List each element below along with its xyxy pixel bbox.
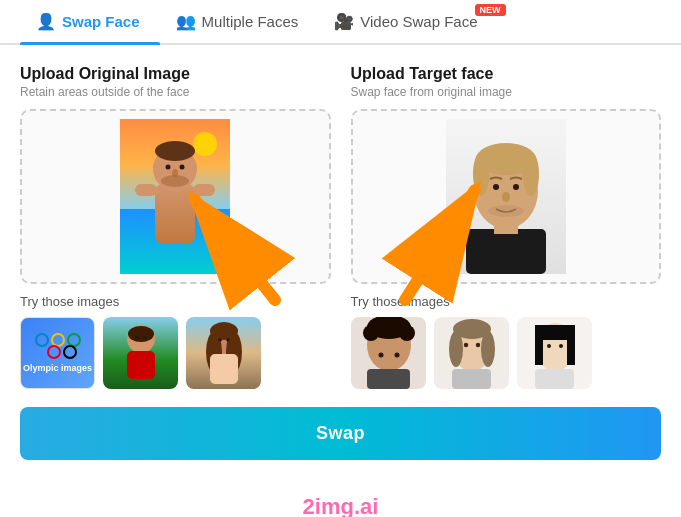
svg-point-2 — [193, 132, 217, 156]
olympic-rings-row2 — [39, 345, 77, 359]
upload-columns: Upload Original Image Retain areas outsi… — [20, 65, 661, 389]
svg-point-41 — [399, 325, 415, 341]
tab-multiple-faces[interactable]: 👥 Multiple Faces — [160, 0, 319, 43]
footer: 2img.ai — [0, 486, 681, 517]
svg-point-9 — [161, 175, 189, 187]
try-label-right: Try those images — [351, 294, 662, 309]
svg-point-6 — [166, 165, 171, 170]
tab-bar: 👤 Swap Face 👥 Multiple Faces 🎥 Video Swa… — [0, 0, 681, 45]
try-label-left: Try those images — [20, 294, 331, 309]
brand-label: 2img.ai — [0, 494, 681, 517]
svg-rect-23 — [210, 354, 238, 384]
main-content: Upload Original Image Retain areas outsi… — [0, 45, 681, 486]
svg-rect-57 — [567, 325, 575, 365]
face2-image — [434, 317, 509, 389]
svg-rect-15 — [127, 351, 155, 379]
thumb-person2[interactable] — [186, 317, 261, 389]
ring-red — [47, 345, 61, 359]
tab-video-swap-label: Video Swap Face — [360, 13, 477, 30]
person-icon: 👤 — [36, 12, 56, 31]
svg-point-33 — [493, 184, 499, 190]
svg-point-34 — [513, 184, 519, 190]
svg-rect-60 — [535, 369, 574, 389]
video-icon: 🎥 — [334, 12, 354, 31]
original-image — [120, 119, 230, 274]
right-upload-box[interactable] — [351, 109, 662, 284]
left-upload-box[interactable] — [20, 109, 331, 284]
person2-image — [186, 317, 261, 389]
tab-swap-face[interactable]: 👤 Swap Face — [20, 0, 160, 43]
svg-point-32 — [523, 152, 539, 196]
thumb-face1[interactable] — [351, 317, 426, 389]
svg-point-59 — [559, 344, 563, 348]
svg-point-14 — [128, 326, 154, 342]
svg-point-25 — [226, 338, 230, 342]
left-panel-subtitle: Retain areas outside of the face — [20, 85, 331, 99]
left-panel-title: Upload Original Image — [20, 65, 331, 83]
thumb-olympic[interactable]: Olympic images — [20, 317, 95, 389]
thumb-person1[interactable] — [103, 317, 178, 389]
svg-point-17 — [143, 336, 147, 340]
tab-swap-face-label: Swap Face — [62, 13, 140, 30]
right-panel-subtitle: Swap face from original image — [351, 85, 662, 99]
left-column: Upload Original Image Retain areas outsi… — [20, 65, 331, 389]
face3-image — [517, 317, 592, 389]
svg-point-48 — [449, 331, 463, 367]
right-thumb-row — [351, 317, 662, 389]
svg-point-24 — [218, 338, 222, 342]
person1-image — [103, 317, 178, 389]
svg-point-40 — [363, 325, 379, 341]
ring-black — [63, 345, 77, 359]
thumb-face2[interactable] — [434, 317, 509, 389]
tab-multiple-faces-label: Multiple Faces — [202, 13, 299, 30]
svg-rect-27 — [466, 229, 546, 274]
svg-rect-56 — [535, 325, 543, 365]
svg-point-35 — [502, 192, 510, 202]
face1-image — [351, 317, 426, 389]
svg-rect-10 — [135, 184, 157, 196]
new-badge: NEW — [475, 4, 506, 16]
swap-button-wrapper: Swap — [20, 407, 661, 460]
svg-rect-3 — [155, 184, 195, 244]
target-image — [446, 119, 566, 274]
svg-point-43 — [394, 353, 399, 358]
svg-point-31 — [473, 152, 489, 196]
swap-button[interactable]: Swap — [20, 407, 661, 460]
tab-video-swap[interactable]: 🎥 Video Swap Face NEW — [318, 0, 507, 43]
thumb-face3[interactable] — [517, 317, 592, 389]
columns-wrapper: Upload Original Image Retain areas outsi… — [20, 65, 661, 389]
svg-point-42 — [378, 353, 383, 358]
olympic-label: Olympic images — [23, 363, 92, 373]
svg-rect-44 — [367, 369, 410, 389]
svg-point-16 — [135, 336, 139, 340]
svg-point-50 — [463, 343, 467, 347]
people-icon: 👥 — [176, 12, 196, 31]
svg-rect-11 — [193, 184, 215, 196]
svg-point-36 — [488, 205, 524, 217]
svg-point-49 — [481, 331, 495, 367]
svg-point-5 — [155, 141, 195, 161]
svg-point-51 — [475, 343, 479, 347]
left-thumb-row: Olympic images — [20, 317, 331, 389]
right-panel-title: Upload Target face — [351, 65, 662, 83]
svg-rect-52 — [452, 369, 491, 389]
svg-point-7 — [180, 165, 185, 170]
right-column: Upload Target face Swap face from origin… — [351, 65, 662, 389]
svg-point-58 — [547, 344, 551, 348]
